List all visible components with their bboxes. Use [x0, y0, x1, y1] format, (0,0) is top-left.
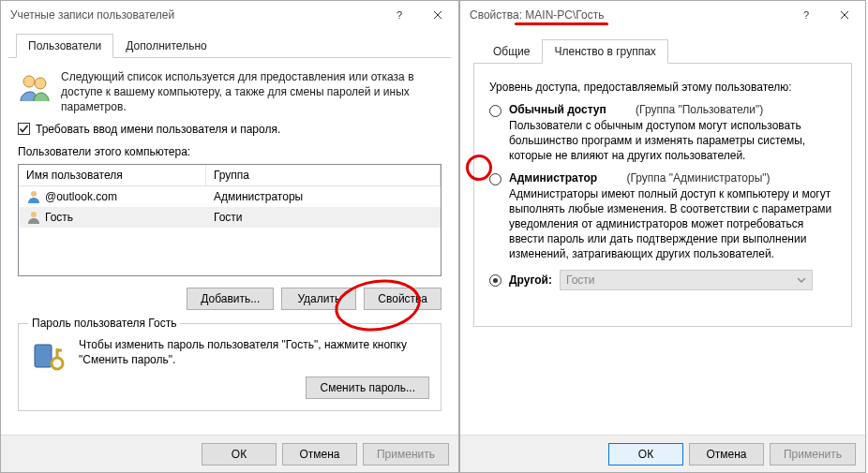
require-credentials-label: Требовать ввод имени пользователя и паро… — [36, 123, 280, 136]
help-button[interactable]: ? — [382, 2, 419, 28]
svg-point-3 — [23, 76, 35, 87]
chevron-down-icon — [797, 275, 806, 285]
groupbox-title: Пароль пользователя Гость — [28, 317, 180, 330]
combobox-value: Гости — [566, 273, 595, 287]
annotation-underline — [515, 22, 608, 25]
table-row[interactable]: Гость Гости — [19, 207, 441, 228]
radio-other-title: Другой: — [509, 273, 552, 287]
password-help-text: Чтобы изменить пароль пользователя "Гост… — [79, 337, 429, 367]
password-groupbox: Пароль пользователя Гость Чтобы изменить… — [18, 323, 441, 411]
radio-standard-group: (Группа "Пользователи") — [636, 103, 763, 116]
listview-header: Имя пользователя Группа — [19, 165, 441, 186]
svg-text:?: ? — [397, 10, 402, 20]
tab-content: Следующий список используется для предос… — [1, 58, 458, 422]
table-row[interactable]: @outlook.com Администраторы — [19, 186, 441, 207]
ok-button[interactable]: ОК — [202, 443, 277, 466]
radio-other[interactable]: Другой: Гости — [474, 270, 851, 298]
access-level-label: Уровень доступа, предоставляемый этому п… — [474, 81, 851, 94]
help-button[interactable]: ? — [788, 2, 826, 28]
cell-username: @outlook.com — [45, 190, 117, 203]
titlebar-buttons: ? — [788, 2, 863, 28]
tab-general[interactable]: Общие — [481, 39, 542, 64]
cell-group: Администраторы — [214, 190, 303, 203]
titlebar: Учетные записи пользователей ? — [1, 1, 458, 29]
radio-admin-text: Администраторы имеют полный доступ к ком… — [509, 186, 836, 262]
radio-admin-title: Администратор — [509, 171, 597, 185]
add-button[interactable]: Добавить... — [187, 288, 274, 310]
radio-icon — [489, 173, 501, 185]
checkbox-icon — [18, 123, 30, 135]
radio-admin-group: (Группа "Администраторы") — [626, 171, 770, 185]
svg-point-6 — [31, 212, 37, 217]
user-accounts-window: Учетные записи пользователей ? Пользоват… — [0, 0, 459, 473]
intro-text: Следующий список используется для предос… — [61, 69, 441, 115]
svg-point-4 — [35, 78, 46, 89]
tab-membership[interactable]: Членство в группах — [542, 39, 667, 64]
svg-point-5 — [31, 191, 37, 197]
svg-rect-7 — [35, 345, 52, 367]
users-icon — [18, 69, 52, 103]
radio-standard[interactable]: Обычный доступ (Группа "Пользователи") П… — [474, 103, 851, 171]
radio-icon — [489, 274, 501, 287]
properties-window: Свойства: MAIN-PC\Гость ? Общие Членство… — [459, 0, 866, 473]
radio-icon — [489, 105, 501, 117]
radio-standard-title: Обычный доступ — [509, 103, 606, 116]
users-listview[interactable]: Имя пользователя Группа @outlook.com Адм… — [18, 164, 441, 276]
other-group-combobox[interactable]: Гости — [560, 270, 813, 290]
col-group[interactable]: Группа — [206, 165, 441, 185]
dialog-buttons: ОК Отмена Применить — [460, 435, 865, 472]
close-button[interactable] — [826, 2, 863, 28]
cancel-button[interactable]: Отмена — [282, 443, 357, 466]
user-icon — [26, 210, 41, 225]
require-credentials-row[interactable]: Требовать ввод имени пользователя и паро… — [18, 123, 441, 136]
apply-button[interactable]: Применить — [770, 443, 856, 466]
svg-point-8 — [52, 358, 63, 369]
close-button[interactable] — [419, 2, 456, 28]
radio-standard-text: Пользователи с обычным доступом могут ис… — [509, 118, 836, 164]
radio-admin[interactable]: Администратор (Группа "Администраторы") … — [474, 171, 851, 270]
window-title: Свойства: MAIN-PC\Гость — [470, 8, 604, 22]
titlebar-buttons: ? — [382, 2, 456, 28]
tab-users[interactable]: Пользователи — [16, 34, 113, 58]
window-title: Учетные записи пользователей — [10, 8, 174, 22]
tab-advanced[interactable]: Дополнительно — [113, 34, 218, 58]
change-password-button[interactable]: Сменить пароль... — [306, 377, 429, 399]
cell-group: Гости — [214, 211, 243, 224]
col-username[interactable]: Имя пользователя — [19, 165, 206, 185]
tabstrip: Общие Членство в группах — [473, 38, 852, 64]
dialog-buttons: ОК Отмена Применить — [1, 435, 458, 472]
remove-button[interactable]: Удалить — [281, 288, 356, 310]
svg-text:?: ? — [803, 10, 809, 20]
ok-button[interactable]: ОК — [608, 443, 683, 466]
cancel-button[interactable]: Отмена — [689, 443, 764, 466]
key-icon — [30, 337, 67, 375]
user-icon — [26, 189, 41, 204]
cell-username: Гость — [45, 211, 73, 224]
apply-button[interactable]: Применить — [363, 443, 449, 466]
properties-button[interactable]: Свойства — [364, 288, 441, 310]
users-list-label: Пользователи этого компьютера: — [18, 145, 441, 158]
tabstrip: Пользователи Дополнительно — [8, 33, 451, 58]
